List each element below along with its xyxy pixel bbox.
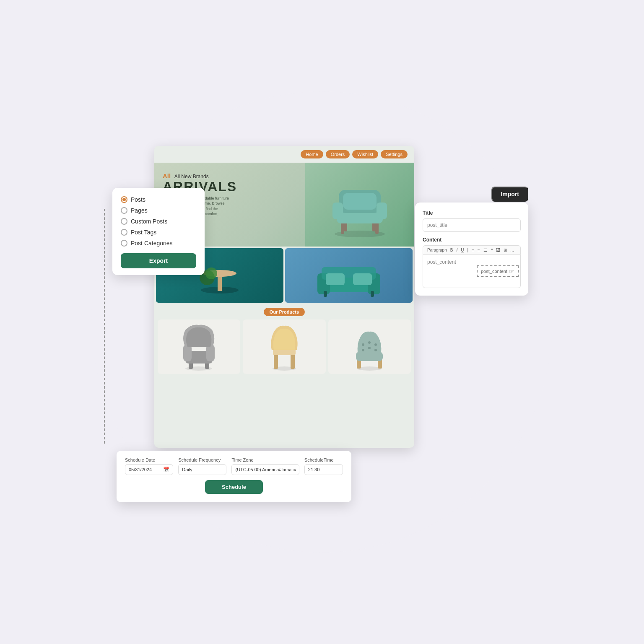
schedule-date-label: Schedule Date: [125, 457, 173, 462]
toolbar-image[interactable]: 🖼: [495, 247, 501, 253]
toolbar-italic[interactable]: I: [455, 247, 458, 253]
toolbar-quote[interactable]: ❝: [490, 247, 493, 253]
schedule-timezone-label: Time Zone: [231, 457, 299, 462]
nav-home[interactable]: Home: [301, 150, 323, 158]
radio-label-pages: Pages: [131, 207, 148, 214]
highlight-text: post_content: [481, 269, 507, 274]
calendar-icon: 📅: [163, 467, 169, 473]
schedule-date-input[interactable]: [129, 467, 161, 472]
nav-wishlist[interactable]: Wishlist: [352, 150, 378, 158]
post-content-highlight: post_content ☞: [477, 265, 519, 277]
radio-custom-posts[interactable]: Custom Posts: [121, 218, 196, 225]
schedule-fields: Schedule Date 📅 Schedule Frequency Daily…: [125, 457, 343, 475]
product-tile-2: [285, 248, 413, 303]
svg-rect-21: [324, 291, 327, 297]
toolbar-divider: |: [466, 247, 469, 253]
svg-point-14: [205, 267, 217, 279]
svg-rect-31: [291, 353, 295, 369]
svg-point-41: [368, 347, 371, 349]
toolbar-align2[interactable]: ≡: [477, 247, 481, 253]
schedule-timezone-field: Time Zone (UTC-05:00) America/Jamaica (U…: [231, 457, 299, 475]
svg-point-40: [362, 349, 364, 351]
schedule-date-input-wrapper: 📅: [125, 464, 173, 475]
radio-label-categories: Post Categories: [131, 240, 173, 247]
our-products-label: Our Products: [264, 308, 305, 316]
chairs-grid: [158, 319, 411, 374]
section-badge: Our Products: [158, 308, 411, 316]
toolbar-bold[interactable]: B: [449, 247, 454, 253]
title-label: Title: [423, 210, 521, 216]
teal-chair-svg: [348, 322, 390, 372]
export-button[interactable]: Export: [121, 253, 196, 268]
schedule-timezone-select[interactable]: (UTC-05:00) America/Jamaica (UTC+00:00) …: [231, 464, 299, 475]
schedule-frequency-field: Schedule Frequency Daily Weekly Monthly: [178, 457, 226, 475]
content-toolbar: Paragraph B I U | ≡ ≡ ☰ ❝ 🖼 ⊞ …: [423, 245, 521, 254]
radio-label-posts: Posts: [131, 196, 145, 203]
schedule-frequency-select[interactable]: Daily Weekly Monthly: [178, 464, 226, 475]
toolbar-align1[interactable]: ≡: [471, 247, 475, 253]
svg-point-42: [374, 349, 377, 351]
toolbar-more[interactable]: …: [509, 247, 515, 253]
title-input[interactable]: [423, 218, 521, 232]
scene: Home Orders Wishlist Settings All All Ne…: [91, 91, 553, 553]
svg-rect-22: [371, 291, 374, 297]
content-label: Content: [423, 237, 521, 243]
import-panel: Import Title Content Paragraph B I U | ≡…: [415, 203, 528, 296]
radio-post-categories[interactable]: Post Categories: [121, 240, 196, 247]
svg-rect-30: [274, 353, 278, 369]
radio-posts[interactable]: Posts: [121, 196, 196, 203]
radio-pages[interactable]: Pages: [121, 207, 196, 214]
toolbar-list[interactable]: ☰: [483, 247, 488, 253]
svg-point-39: [374, 343, 377, 346]
svg-rect-36: [356, 352, 383, 361]
chair-card-1: [158, 319, 240, 374]
products-section: Our Products: [154, 304, 414, 377]
radio-group: Posts Pages Custom Posts Post Tags Post …: [121, 196, 196, 247]
dashed-border: [104, 209, 105, 444]
export-panel: Posts Pages Custom Posts Post Tags Post …: [112, 188, 205, 275]
nav-settings[interactable]: Settings: [381, 150, 408, 158]
content-area[interactable]: post_content post_content ☞: [423, 254, 521, 288]
schedule-panel: Schedule Date 📅 Schedule Frequency Daily…: [117, 451, 351, 502]
chair-card-3: [328, 319, 411, 374]
content-text: post_content: [427, 259, 456, 265]
schedule-time-input[interactable]: [304, 464, 343, 475]
schedule-time-label: ScheduleTime: [304, 457, 343, 462]
schedule-button[interactable]: Schedule: [205, 480, 263, 494]
nav-orders[interactable]: Orders: [326, 150, 350, 158]
radio-circle-pages: [121, 207, 127, 214]
wooden-chair-svg: [265, 322, 303, 372]
svg-rect-20: [353, 273, 372, 285]
radio-label-tags: Post Tags: [131, 229, 156, 236]
svg-point-38: [368, 341, 371, 344]
schedule-date-field: Schedule Date 📅: [125, 457, 173, 475]
toolbar-paragraph[interactable]: Paragraph: [426, 247, 448, 253]
radio-post-tags[interactable]: Post Tags: [121, 229, 196, 236]
schedule-frequency-label: Schedule Frequency: [178, 457, 226, 462]
import-button[interactable]: Import: [491, 187, 528, 202]
toolbar-underline[interactable]: U: [460, 247, 465, 253]
grey-chair-svg: [177, 322, 221, 372]
cursor-icon: ☞: [509, 268, 514, 275]
schedule-button-wrapper: Schedule: [125, 480, 343, 494]
schedule-time-field: ScheduleTime: [304, 457, 343, 475]
radio-circle-tags: [121, 229, 127, 236]
svg-rect-19: [326, 273, 345, 285]
site-nav: Home Orders Wishlist Settings: [154, 146, 414, 163]
chair-card-2: [243, 319, 325, 374]
hero-subtitle-text: All New Brands: [174, 174, 209, 179]
toolbar-table[interactable]: ⊞: [503, 247, 508, 253]
radio-circle-posts: [121, 196, 127, 203]
svg-rect-28: [206, 345, 215, 361]
svg-point-37: [362, 343, 364, 346]
radio-circle-categories: [121, 240, 127, 247]
sofa-svg: [311, 252, 387, 299]
radio-label-custom: Custom Posts: [131, 218, 167, 225]
hero-subtitle: All All New Brands: [163, 172, 406, 180]
radio-circle-custom: [121, 218, 127, 225]
svg-rect-27: [183, 345, 192, 361]
